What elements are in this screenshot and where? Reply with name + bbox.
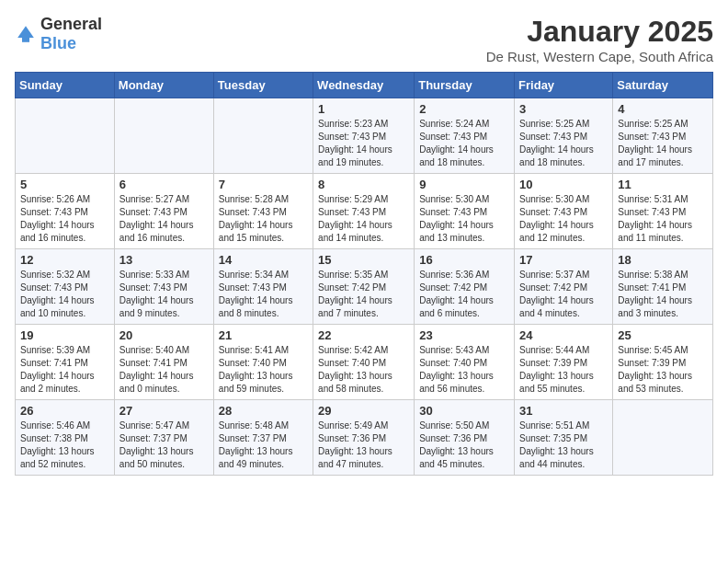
week-row-3: 12Sunrise: 5:32 AMSunset: 7:43 PMDayligh… — [16, 249, 713, 325]
calendar-cell: 29Sunrise: 5:49 AMSunset: 7:36 PMDayligh… — [313, 400, 415, 476]
calendar-cell: 19Sunrise: 5:39 AMSunset: 7:41 PMDayligh… — [16, 325, 115, 400]
day-number: 15 — [318, 253, 409, 267]
day-number: 21 — [219, 328, 308, 342]
calendar-cell: 9Sunrise: 5:30 AMSunset: 7:43 PMDaylight… — [415, 174, 515, 249]
calendar-cell: 30Sunrise: 5:50 AMSunset: 7:36 PMDayligh… — [415, 400, 515, 476]
day-info: Sunrise: 5:42 AMSunset: 7:40 PMDaylight:… — [318, 344, 409, 396]
calendar-cell: 15Sunrise: 5:35 AMSunset: 7:42 PMDayligh… — [313, 249, 415, 325]
calendar-cell: 22Sunrise: 5:42 AMSunset: 7:40 PMDayligh… — [313, 325, 415, 400]
week-row-5: 26Sunrise: 5:46 AMSunset: 7:38 PMDayligh… — [16, 400, 713, 476]
calendar-cell: 1Sunrise: 5:23 AMSunset: 7:43 PMDaylight… — [313, 98, 415, 174]
day-info: Sunrise: 5:25 AMSunset: 7:43 PMDaylight:… — [519, 118, 608, 169]
day-info: Sunrise: 5:46 AMSunset: 7:38 PMDaylight:… — [20, 419, 109, 471]
day-info: Sunrise: 5:25 AMSunset: 7:43 PMDaylight:… — [618, 118, 708, 169]
day-number: 10 — [519, 178, 608, 191]
day-number: 14 — [219, 253, 308, 267]
weekday-monday: Monday — [114, 73, 213, 98]
day-info: Sunrise: 5:51 AMSunset: 7:35 PMDaylight:… — [519, 419, 608, 471]
day-number: 2 — [419, 102, 509, 116]
calendar-cell: 24Sunrise: 5:44 AMSunset: 7:39 PMDayligh… — [515, 325, 613, 400]
day-number: 9 — [419, 178, 509, 191]
day-info: Sunrise: 5:34 AMSunset: 7:43 PMDaylight:… — [219, 269, 308, 320]
day-number: 31 — [519, 404, 608, 418]
week-row-1: 1Sunrise: 5:23 AMSunset: 7:43 PMDaylight… — [16, 98, 713, 174]
day-number: 3 — [519, 102, 608, 116]
day-number: 4 — [618, 102, 708, 116]
day-number: 20 — [119, 328, 209, 342]
calendar-cell: 28Sunrise: 5:48 AMSunset: 7:37 PMDayligh… — [213, 400, 313, 476]
day-info: Sunrise: 5:44 AMSunset: 7:39 PMDaylight:… — [519, 344, 608, 396]
weekday-thursday: Thursday — [415, 73, 515, 98]
title-block: January 2025 De Rust, Western Cape, Sout… — [486, 15, 713, 64]
calendar-cell: 10Sunrise: 5:30 AMSunset: 7:43 PMDayligh… — [515, 174, 613, 249]
page-header: General Blue January 2025 De Rust, Weste… — [15, 15, 713, 64]
calendar-cell: 23Sunrise: 5:43 AMSunset: 7:40 PMDayligh… — [415, 325, 515, 400]
svg-marker-0 — [17, 26, 34, 38]
day-info: Sunrise: 5:40 AMSunset: 7:41 PMDaylight:… — [119, 344, 209, 396]
day-number: 24 — [519, 328, 608, 342]
svg-rect-1 — [22, 38, 29, 42]
calendar-cell: 2Sunrise: 5:24 AMSunset: 7:43 PMDaylight… — [415, 98, 515, 174]
day-number: 5 — [20, 178, 109, 191]
day-number: 30 — [419, 404, 509, 418]
day-info: Sunrise: 5:49 AMSunset: 7:36 PMDaylight:… — [318, 419, 409, 471]
calendar-cell: 27Sunrise: 5:47 AMSunset: 7:37 PMDayligh… — [114, 400, 213, 476]
day-number: 25 — [618, 328, 708, 342]
calendar-cell — [213, 98, 313, 174]
day-info: Sunrise: 5:30 AMSunset: 7:43 PMDaylight:… — [419, 193, 509, 245]
day-info: Sunrise: 5:36 AMSunset: 7:42 PMDaylight:… — [419, 269, 509, 320]
day-info: Sunrise: 5:28 AMSunset: 7:43 PMDaylight:… — [219, 193, 308, 245]
calendar-cell: 21Sunrise: 5:41 AMSunset: 7:40 PMDayligh… — [213, 325, 313, 400]
calendar-cell: 11Sunrise: 5:31 AMSunset: 7:43 PMDayligh… — [613, 174, 713, 249]
day-number: 1 — [318, 102, 409, 116]
weekday-tuesday: Tuesday — [213, 73, 313, 98]
day-info: Sunrise: 5:39 AMSunset: 7:41 PMDaylight:… — [20, 344, 109, 396]
day-info: Sunrise: 5:41 AMSunset: 7:40 PMDaylight:… — [219, 344, 308, 396]
day-info: Sunrise: 5:35 AMSunset: 7:42 PMDaylight:… — [318, 269, 409, 320]
logo-general: General — [40, 15, 102, 33]
weekday-sunday: Sunday — [16, 73, 115, 98]
calendar-cell — [16, 98, 115, 174]
day-info: Sunrise: 5:27 AMSunset: 7:43 PMDaylight:… — [119, 193, 209, 245]
logo-icon — [15, 23, 37, 45]
calendar-cell: 18Sunrise: 5:38 AMSunset: 7:41 PMDayligh… — [613, 249, 713, 325]
day-info: Sunrise: 5:31 AMSunset: 7:43 PMDaylight:… — [618, 193, 708, 245]
calendar-cell: 5Sunrise: 5:26 AMSunset: 7:43 PMDaylight… — [16, 174, 115, 249]
day-number: 29 — [318, 404, 409, 418]
weekday-friday: Friday — [515, 73, 613, 98]
logo: General Blue — [15, 15, 102, 53]
calendar-cell: 8Sunrise: 5:29 AMSunset: 7:43 PMDaylight… — [313, 174, 415, 249]
calendar-table: SundayMondayTuesdayWednesdayThursdayFrid… — [15, 72, 713, 476]
day-info: Sunrise: 5:48 AMSunset: 7:37 PMDaylight:… — [219, 419, 308, 471]
day-info: Sunrise: 5:33 AMSunset: 7:43 PMDaylight:… — [119, 269, 209, 320]
calendar-cell: 25Sunrise: 5:45 AMSunset: 7:39 PMDayligh… — [613, 325, 713, 400]
day-info: Sunrise: 5:38 AMSunset: 7:41 PMDaylight:… — [618, 269, 708, 320]
calendar-cell: 3Sunrise: 5:25 AMSunset: 7:43 PMDaylight… — [515, 98, 613, 174]
calendar-body: 1Sunrise: 5:23 AMSunset: 7:43 PMDaylight… — [16, 98, 713, 476]
day-info: Sunrise: 5:30 AMSunset: 7:43 PMDaylight:… — [519, 193, 608, 245]
day-number: 17 — [519, 253, 608, 267]
day-info: Sunrise: 5:43 AMSunset: 7:40 PMDaylight:… — [419, 344, 509, 396]
calendar-cell: 13Sunrise: 5:33 AMSunset: 7:43 PMDayligh… — [114, 249, 213, 325]
day-number: 19 — [20, 328, 109, 342]
day-number: 26 — [20, 404, 109, 418]
day-info: Sunrise: 5:45 AMSunset: 7:39 PMDaylight:… — [618, 344, 708, 396]
calendar-cell — [613, 400, 713, 476]
day-number: 16 — [419, 253, 509, 267]
day-number: 12 — [20, 253, 109, 267]
day-number: 11 — [618, 178, 708, 191]
calendar-cell: 7Sunrise: 5:28 AMSunset: 7:43 PMDaylight… — [213, 174, 313, 249]
day-number: 22 — [318, 328, 409, 342]
day-number: 8 — [318, 178, 409, 191]
weekday-header-row: SundayMondayTuesdayWednesdayThursdayFrid… — [16, 73, 713, 98]
calendar-cell: 20Sunrise: 5:40 AMSunset: 7:41 PMDayligh… — [114, 325, 213, 400]
week-row-4: 19Sunrise: 5:39 AMSunset: 7:41 PMDayligh… — [16, 325, 713, 400]
calendar-cell: 16Sunrise: 5:36 AMSunset: 7:42 PMDayligh… — [415, 249, 515, 325]
day-info: Sunrise: 5:23 AMSunset: 7:43 PMDaylight:… — [318, 118, 409, 169]
calendar-cell: 6Sunrise: 5:27 AMSunset: 7:43 PMDaylight… — [114, 174, 213, 249]
day-info: Sunrise: 5:32 AMSunset: 7:43 PMDaylight:… — [20, 269, 109, 320]
weekday-saturday: Saturday — [613, 73, 713, 98]
day-info: Sunrise: 5:26 AMSunset: 7:43 PMDaylight:… — [20, 193, 109, 245]
day-number: 28 — [219, 404, 308, 418]
calendar-cell: 12Sunrise: 5:32 AMSunset: 7:43 PMDayligh… — [16, 249, 115, 325]
